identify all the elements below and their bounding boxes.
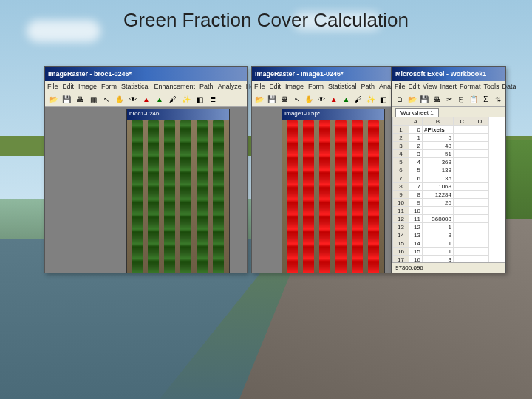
cell[interactable]: 4 — [409, 158, 423, 166]
menu-image[interactable]: Image — [78, 83, 97, 90]
menu-form[interactable]: Form — [101, 83, 117, 90]
cell[interactable]: 3 — [409, 150, 423, 158]
cell[interactable]: 9 — [409, 199, 423, 207]
row-header[interactable]: 9 — [393, 191, 409, 199]
cell[interactable] — [471, 199, 489, 207]
cell[interactable] — [454, 191, 471, 199]
menu-statistical[interactable]: Statistical — [121, 83, 150, 90]
row-header[interactable]: 12 — [393, 215, 409, 223]
cell[interactable] — [471, 215, 489, 223]
col-header-blank[interactable] — [393, 117, 409, 126]
menu-path[interactable]: Path — [361, 83, 375, 90]
pointer-icon[interactable]: ↖ — [291, 94, 302, 106]
row-header[interactable]: 11 — [393, 207, 409, 215]
cell[interactable] — [454, 231, 471, 239]
cell[interactable]: 0 — [409, 126, 423, 134]
cell[interactable] — [471, 239, 489, 248]
cell[interactable] — [471, 134, 489, 142]
cell[interactable] — [454, 256, 471, 262]
cell[interactable]: 12 — [409, 223, 423, 231]
row-header[interactable]: 1 — [393, 126, 409, 134]
titlebar[interactable]: ImageRaster - broc1-0246* — [45, 67, 247, 81]
row-header[interactable]: 5 — [393, 158, 409, 166]
cell[interactable] — [471, 248, 489, 256]
menu-form[interactable]: Form — [308, 83, 324, 90]
eye-icon[interactable]: 👁 — [316, 94, 327, 106]
sheet-tab[interactable]: Worksheet 1 — [395, 108, 439, 117]
cell[interactable] — [454, 248, 471, 256]
menu-enhancement[interactable]: Enhancement — [154, 83, 196, 90]
wand-icon[interactable]: ✨ — [180, 94, 192, 106]
cell[interactable]: 1 — [423, 248, 454, 256]
save-icon[interactable]: 💾 — [267, 94, 278, 106]
save-icon[interactable]: 💾 — [61, 94, 72, 106]
render-icon[interactable]: ◧ — [194, 94, 205, 106]
col-header-a[interactable]: A — [409, 117, 423, 126]
cell[interactable]: 12284 — [423, 191, 454, 199]
cell[interactable]: 5 — [409, 166, 423, 174]
cell[interactable]: 1 — [409, 134, 423, 142]
profile-icon[interactable]: ≣ — [207, 94, 219, 106]
open-icon[interactable]: 📂 — [47, 94, 59, 106]
cell[interactable] — [454, 207, 471, 215]
cell[interactable] — [471, 191, 489, 199]
cell[interactable] — [454, 134, 471, 142]
cell[interactable] — [471, 223, 489, 231]
document-window[interactable]: broc1-0246 — [126, 109, 230, 273]
cell[interactable]: 2 — [409, 142, 423, 150]
cell[interactable]: 48 — [423, 142, 454, 150]
cell[interactable]: 51 — [423, 150, 454, 158]
copy-icon[interactable]: ⎘ — [456, 94, 467, 106]
cell[interactable] — [423, 207, 454, 215]
menu-view[interactable]: View — [423, 83, 437, 90]
cell[interactable] — [454, 150, 471, 158]
sort-icon[interactable]: ⇅ — [493, 94, 504, 106]
cell[interactable]: 8 — [423, 231, 454, 239]
cell[interactable]: 1 — [423, 223, 454, 231]
open-icon[interactable]: 📂 — [407, 94, 418, 106]
row-header[interactable]: 2 — [393, 134, 409, 142]
cell[interactable]: 1 — [423, 239, 454, 248]
cell[interactable] — [471, 174, 489, 183]
cell[interactable]: 3 — [423, 256, 454, 262]
menu-path[interactable]: Path — [200, 83, 214, 90]
cell[interactable] — [454, 199, 471, 207]
row-header[interactable]: 10 — [393, 199, 409, 207]
tree-red-icon[interactable]: ▲ — [140, 94, 152, 106]
cell[interactable] — [471, 150, 489, 158]
cell[interactable] — [454, 215, 471, 223]
cell[interactable]: 14 — [409, 239, 423, 248]
pointer-icon[interactable]: ↖ — [100, 94, 112, 106]
menu-format[interactable]: Format — [460, 83, 481, 90]
cell[interactable] — [454, 239, 471, 248]
hand-icon[interactable]: ✋ — [304, 94, 315, 106]
cell[interactable]: 7 — [409, 183, 423, 191]
cell[interactable] — [471, 158, 489, 166]
wand-icon[interactable]: ✨ — [366, 94, 377, 106]
cell[interactable]: 11 — [409, 215, 423, 223]
hand-icon[interactable]: ✋ — [114, 94, 126, 106]
cell[interactable]: 5 — [423, 134, 454, 142]
render-icon[interactable]: ◧ — [378, 94, 389, 106]
cell[interactable]: 13 — [409, 231, 423, 239]
cell[interactable] — [454, 174, 471, 183]
spreadsheet-area[interactable]: A B C D 10#Pixels21532484351543686513876… — [392, 117, 505, 262]
cell[interactable]: 368 — [423, 158, 454, 166]
menu-statistical[interactable]: Statistical — [328, 83, 357, 90]
document-window[interactable]: Image1-0.5p* — [282, 109, 385, 273]
cell[interactable] — [454, 142, 471, 150]
cell[interactable] — [471, 166, 489, 174]
cell[interactable]: 16 — [409, 256, 423, 262]
print-icon[interactable]: 🖶 — [74, 94, 86, 106]
tree-red-icon[interactable]: ▲ — [328, 94, 339, 106]
cell[interactable]: 8 — [409, 191, 423, 199]
print-icon[interactable]: 🖶 — [432, 94, 443, 106]
row-header[interactable]: 14 — [393, 231, 409, 239]
menu-edit[interactable]: Edit — [409, 83, 420, 90]
titlebar[interactable]: Microsoft Excel - Workbook1 — [392, 67, 505, 81]
cell[interactable] — [471, 126, 489, 134]
open-icon[interactable]: 📂 — [254, 94, 265, 106]
cell[interactable] — [471, 142, 489, 150]
menu-insert[interactable]: Insert — [440, 83, 457, 90]
cell[interactable] — [471, 207, 489, 215]
